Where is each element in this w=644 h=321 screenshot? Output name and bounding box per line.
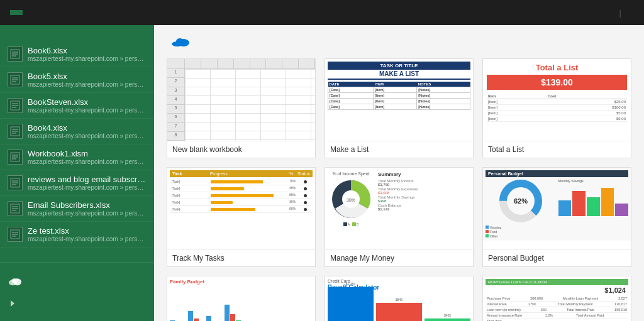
list-cell: [Date] [328, 99, 374, 104]
family-bar-group [225, 305, 241, 321]
budget-bars [558, 185, 629, 216]
total-cell: $25.00 [547, 99, 627, 105]
svg-text:62%: 62% [514, 197, 528, 205]
file-info: Book5.xlsx mszapiertest-my.sharepoint.co… [28, 72, 147, 88]
sidebar-file-item[interactable]: Ze test.xlsx mszapiertest-my.sharepoint.… [0, 222, 154, 248]
family-bar-a [188, 311, 193, 321]
sidebar-footer [0, 263, 154, 321]
list-cell: [Item] [374, 104, 417, 110]
track-row: [Task] 30% [170, 199, 313, 206]
track-bar [211, 187, 244, 190]
onedrive-icon [9, 275, 21, 287]
donut-chart: 62% [499, 179, 543, 223]
file-path: mszapiertest-my.sharepoint.com » persona… [28, 107, 147, 114]
template-label: Make a List [325, 141, 473, 158]
file-icon [8, 72, 23, 87]
mortgage-header: MORTGAGE LOAN CALCULATOR [486, 279, 628, 285]
family-bar-a [225, 305, 230, 321]
file-path: mszapiertest-my.sharepoint.com » persona… [28, 55, 147, 62]
list-cell: [Date] [328, 104, 374, 110]
template-card-track-tasks[interactable]: Task Progress % Status [Task] 70% [167, 167, 316, 267]
file-icon [8, 98, 23, 113]
file-path: mszapiertest-my.sharepoint.com » persona… [28, 81, 147, 88]
payoff-bar-item: $455 [425, 313, 470, 321]
sidebar-file-item[interactable]: BookSteven.xlsx mszapiertest-my.sharepoi… [0, 93, 154, 119]
payoff-bar-item: $845 [376, 298, 422, 321]
mortgage-label: Annual Insurance Rate [487, 313, 522, 317]
total-cell: $9.00 [547, 116, 627, 122]
template-card-manage-money[interactable]: % of Income Spent 38% A B Summary [325, 167, 474, 267]
track-task: [Task] [171, 186, 209, 191]
file-path: mszapiertest-my.sharepoint.com » persona… [28, 236, 147, 242]
total-cell: [Item] [487, 99, 547, 105]
total-cell: [Item] [487, 105, 547, 111]
template-preview: Family Budget [167, 276, 315, 321]
total-cell: $100.00 [547, 105, 627, 111]
list-subtitle: MAKE A LIST [328, 70, 470, 80]
list-cell: [Notes] [417, 104, 470, 110]
payoff-bar-fill [376, 303, 422, 321]
header: | [0, 0, 644, 25]
total-row: [Item]$100.00 [487, 105, 627, 111]
template-preview: 12345678 [167, 59, 315, 141]
track-task: [Task] [171, 193, 209, 198]
template-card-total-list[interactable]: Total a List $139.00 ItemCost [Item]$25.… [482, 58, 631, 158]
open-onedrive-button[interactable] [0, 269, 154, 292]
family-bar-group [188, 311, 204, 321]
list-col-header: NOTES [417, 82, 470, 87]
budget-bar-5 [615, 204, 628, 216]
template-card-payoff-calc[interactable]: Credit Card Payoff Calculator $1,784 $84… [325, 276, 474, 321]
budget-left: 62% Housing Food Other [486, 179, 556, 238]
track-status-dot [304, 194, 307, 197]
total-preview: Total a List $139.00 ItemCost [Item]$25.… [483, 59, 631, 126]
file-name: Book5.xlsx [28, 72, 147, 81]
template-label: Manage My Money [325, 249, 473, 266]
mortgage-value: 200,000 [530, 297, 543, 300]
sidebar-file-item[interactable]: Book6.xlsx mszapiertest-my.sharepoint.co… [0, 41, 154, 67]
total-cell: [Item] [487, 116, 547, 122]
file-name: Book6.xlsx [28, 46, 147, 55]
sidebar: Book6.xlsx mszapiertest-my.sharepoint.co… [0, 25, 154, 321]
money-preview: % of Income Spent 38% A B Summary [325, 168, 473, 230]
template-card-mortgage[interactable]: MORTGAGE LOAN CALCULATOR $1,024 Purchase… [482, 276, 631, 321]
header-divider: | [619, 8, 621, 18]
template-card-personal-budget[interactable]: Personal Budget 62% Housing Food [482, 167, 631, 267]
mortgage-label: Loan term (in months) [487, 308, 521, 312]
template-card-make-list[interactable]: TASK OR TITLE MAKE A LIST DATEITEMNOTES … [325, 58, 474, 158]
file-name: Book4.xlsx [28, 123, 147, 133]
sidebar-file-item[interactable]: Workbook1.xlsm mszapiertest-my.sharepoin… [0, 144, 154, 170]
money-chart-area: % of Income Spent 38% A B [329, 171, 373, 226]
family-bar-a [206, 316, 211, 321]
list-row: [Date][Item][Notes] [328, 104, 470, 110]
list-row: [Date][Item][Notes] [328, 93, 470, 99]
track-status-dot [304, 201, 307, 204]
sidebar-file-item[interactable]: Book4.xlsx mszapiertest-my.sharepoint.co… [0, 119, 154, 144]
template-card-family-budget[interactable]: Family Budget [167, 276, 316, 321]
sidebar-file-item[interactable]: reviews and blog email subscribe... msza… [0, 170, 154, 196]
total-col-header: Item [487, 94, 547, 99]
track-bar-container [209, 193, 286, 198]
list-title-box: TASK OR TITLE [328, 62, 470, 70]
template-card-blank[interactable]: 12345678 New blank workbook [167, 58, 316, 158]
mortgage-row: Purchase Price 200,000 Monthly Loan Paym… [486, 296, 628, 302]
file-icon [8, 150, 23, 165]
family-bar-group [206, 316, 223, 321]
mortgage-label2: Total Amount Paid [576, 313, 604, 317]
total-table: ItemCost [Item]$25.00[Item]$100.00[Item]… [487, 94, 627, 122]
file-info: Book4.xlsx mszapiertest-my.sharepoint.co… [28, 123, 147, 139]
sidebar-file-item[interactable]: Book5.xlsx mszapiertest-my.sharepoint.co… [0, 67, 154, 93]
mortgage-label: Interest Rate [487, 302, 507, 306]
blank-preview: 12345678 [167, 59, 315, 141]
sidebar-file-item[interactable]: Email Subscribers.xlsx mszapiertest-my.s… [0, 196, 154, 222]
budget-preview: Personal Budget 62% Housing Food [483, 168, 631, 241]
template-label: Track My Tasks [167, 249, 315, 266]
template-label: Total a List [483, 141, 631, 158]
list-cell: [Notes] [417, 93, 470, 99]
header-actions: | [587, 8, 634, 18]
mortgage-value2: 2,027 [618, 297, 627, 300]
add-place-button[interactable] [0, 292, 154, 315]
mortgage-row: Start date [486, 318, 628, 321]
svg-text:38%: 38% [347, 198, 355, 202]
onedrive-cloud-icon [172, 35, 189, 48]
payoff-bar-fill [328, 287, 374, 321]
